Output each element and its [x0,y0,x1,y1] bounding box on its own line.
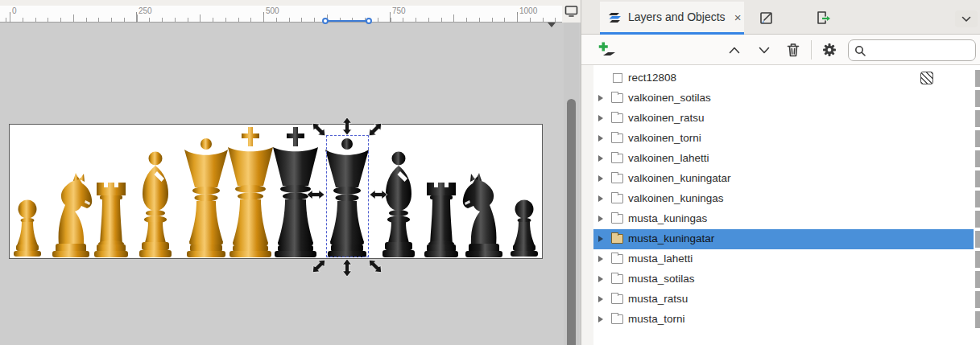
chevron-down-icon [961,16,971,23]
expand-triangle-icon[interactable] [598,216,603,222]
gear-icon [822,43,837,57]
expand-triangle-icon[interactable] [598,175,603,182]
chevron-up-icon [729,47,740,54]
row-highlight-strip[interactable] [975,191,980,207]
list-item-musta-sotilas[interactable]: musta_sotilas [593,269,980,290]
list-item-valkoinen-sotilas[interactable]: valkoinen_sotilas [593,88,980,109]
list-item-musta-torni[interactable]: musta_torni [593,310,980,330]
tab-export-dialog[interactable] [811,6,835,28]
drawing-canvas[interactable] [0,23,564,345]
row-highlight-strip[interactable] [975,271,980,288]
search-box[interactable] [848,39,976,61]
document-page[interactable] [9,124,543,259]
delete-button[interactable] [784,40,803,60]
row-highlight-strip[interactable] [975,311,980,328]
move-down-button[interactable] [755,40,774,60]
piece-gold-bishop[interactable] [139,152,172,258]
rectangle-object-icon [613,73,622,83]
panel-toolbar [581,35,980,65]
row-highlight-strip[interactable] [975,211,980,228]
canvas-vertical-scrollbar[interactable] [564,23,579,345]
list-item-musta-ratsu[interactable]: musta_ratsu [593,290,980,310]
row-highlight-strip[interactable] [975,90,980,107]
piece-black-rook[interactable] [424,183,458,257]
selection-bounding-box[interactable] [326,135,369,257]
horizontal-ruler[interactable]: 0 250 500 750 1000 [0,6,562,23]
list-item-valkoinen-kuningatar[interactable]: valkoinen_kuningatar [593,169,980,189]
application-window: 0 250 500 750 1000 [0,0,980,345]
expand-triangle-icon[interactable] [598,115,603,121]
expand-triangle-icon[interactable] [598,155,603,162]
folder-icon [611,133,623,143]
folder-icon [611,93,623,103]
list-item-valkoinen-kuningas[interactable]: valkoinen_kuningas [593,189,980,209]
row-highlight-strip[interactable] [975,251,980,268]
hatch-badge-icon[interactable] [920,72,933,84]
tab-pen-dialog[interactable] [755,6,779,28]
folder-icon [611,274,623,284]
layer-label: valkoinen_kuningatar [628,172,731,184]
piece-gold-pawn[interactable] [14,200,41,257]
folder-icon [611,194,623,203]
expand-triangle-icon[interactable] [598,195,603,202]
scale-handle-bottom-icon[interactable] [342,258,352,277]
list-item-valkoinen-lahetti[interactable]: valkoinen_lahetti [593,149,980,169]
move-up-button[interactable] [725,40,744,60]
piece-gold-queen[interactable] [184,138,228,257]
expand-triangle-icon[interactable] [598,135,603,142]
search-input[interactable] [870,44,966,56]
row-highlight-strip[interactable] [975,291,980,308]
add-layer-button[interactable] [598,40,617,60]
layer-label: valkoinen_kuningas [628,192,724,204]
folder-icon [611,113,623,123]
expand-triangle-icon[interactable] [598,236,603,242]
row-highlight-strip[interactable] [975,130,980,147]
scale-handle-top-icon[interactable] [342,117,352,136]
layer-label: musta_ratsu [628,293,688,305]
scrollbar-thumb[interactable] [567,99,576,345]
list-item-rect12808[interactable]: rect12808 [593,68,980,88]
tab-label: Layers and Objects [628,10,726,23]
settings-button[interactable] [820,40,839,60]
folder-icon [611,214,623,224]
scale-handle-right-icon[interactable] [369,190,388,199]
row-highlight-strip[interactable] [975,110,980,127]
expand-triangle-icon[interactable] [598,276,603,282]
piece-black-pawn[interactable] [511,200,538,257]
row-highlight-strip[interactable] [975,170,980,187]
expand-triangle-icon[interactable] [598,316,603,322]
trash-icon [787,43,800,57]
piece-black-knight[interactable] [463,173,502,257]
scale-handle-left-icon[interactable] [306,190,325,199]
tab-close-icon[interactable]: × [734,10,742,24]
ruler-top-strip [0,0,562,6]
chess-pieces-artwork [10,125,542,258]
list-item-musta-kuningatar-selected[interactable]: musta_kuningatar [593,229,980,249]
row-highlight-strip[interactable] [975,150,980,167]
piece-gold-rook[interactable] [94,183,128,257]
ruler-selection-extent [325,17,369,25]
list-item-musta-kuningas[interactable]: musta_kuningas [593,209,980,229]
row-highlight-strip[interactable] [975,70,980,87]
layer-label: valkoinen_ratsu [628,112,705,124]
expand-triangle-icon[interactable] [598,95,603,101]
folder-icon [611,174,623,183]
panel-menu-button[interactable] [955,10,978,27]
list-item-valkoinen-torni[interactable]: valkoinen_torni [593,129,980,149]
row-highlight-strip[interactable] [975,231,980,248]
expand-triangle-icon[interactable] [598,296,603,302]
piece-gold-king[interactable] [228,127,273,257]
canvas-pane: 0 250 500 750 1000 [0,0,581,345]
layer-label: musta_kuningas [628,212,707,224]
display-mode-icon[interactable] [564,5,578,18]
piece-black-bishop[interactable] [382,152,415,258]
list-item-musta-lahetti[interactable]: musta_lahetti [593,249,980,269]
layers-icon [608,10,622,23]
tab-layers-and-objects[interactable]: Layers and Objects × [600,2,744,32]
list-item-valkoinen-ratsu[interactable]: valkoinen_ratsu [593,109,980,129]
ruler-position-marker-icon [548,23,556,27]
piece-gold-knight[interactable] [52,173,92,257]
dialog-tab-bar: Layers and Objects × [581,0,980,35]
expand-triangle-icon[interactable] [598,256,603,262]
ruler-corner [562,0,581,23]
